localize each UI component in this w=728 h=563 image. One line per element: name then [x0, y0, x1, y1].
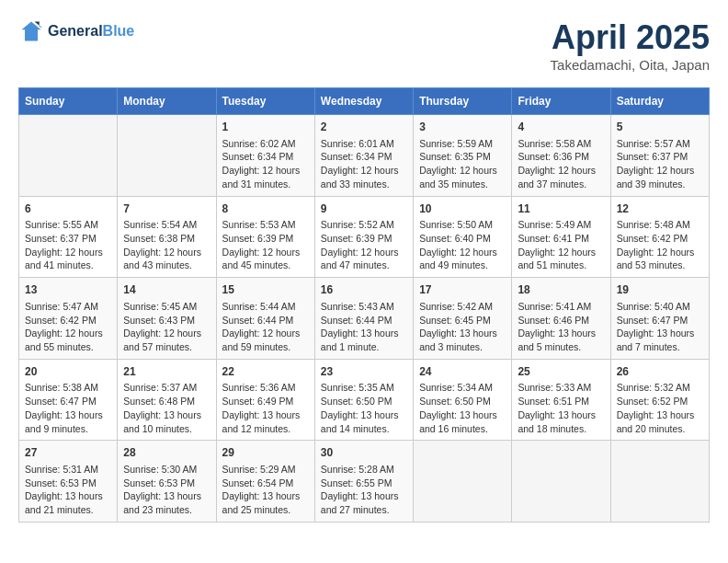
calendar-cell: 20Sunrise: 5:38 AM Sunset: 6:47 PM Dayli…: [19, 359, 118, 441]
day-number: 11: [518, 201, 604, 217]
day-info: Sunrise: 5:32 AM Sunset: 6:52 PM Dayligh…: [617, 381, 703, 435]
calendar-cell: [512, 441, 610, 523]
day-info: Sunrise: 5:38 AM Sunset: 6:47 PM Dayligh…: [25, 381, 111, 435]
day-info: Sunrise: 5:40 AM Sunset: 6:47 PM Dayligh…: [617, 300, 703, 354]
calendar-cell: 10Sunrise: 5:50 AM Sunset: 6:40 PM Dayli…: [414, 196, 512, 278]
day-number: 22: [222, 364, 309, 380]
day-number: 5: [617, 120, 703, 135]
day-number: 30: [321, 445, 407, 461]
day-number: 16: [321, 282, 407, 298]
calendar-cell: 2Sunrise: 6:01 AM Sunset: 6:34 PM Daylig…: [314, 115, 413, 197]
day-info: Sunrise: 5:35 AM Sunset: 6:50 PM Dayligh…: [321, 381, 407, 435]
calendar-cell: 7Sunrise: 5:54 AM Sunset: 6:38 PM Daylig…: [118, 196, 216, 278]
calendar-cell: 1Sunrise: 6:02 AM Sunset: 6:34 PM Daylig…: [216, 115, 314, 197]
day-number: 9: [321, 201, 407, 217]
day-info: Sunrise: 5:41 AM Sunset: 6:46 PM Dayligh…: [518, 300, 604, 354]
logo: GeneralBlue: [18, 18, 134, 44]
svg-marker-0: [22, 22, 41, 41]
day-number: 14: [123, 282, 210, 298]
day-info: Sunrise: 5:44 AM Sunset: 6:44 PM Dayligh…: [222, 300, 309, 354]
calendar-cell: 26Sunrise: 5:32 AM Sunset: 6:52 PM Dayli…: [610, 359, 709, 441]
calendar-cell: 6Sunrise: 5:55 AM Sunset: 6:37 PM Daylig…: [19, 196, 118, 278]
calendar-week-2: 6Sunrise: 5:55 AM Sunset: 6:37 PM Daylig…: [19, 196, 710, 278]
header: GeneralBlue April 2025 Takedamachi, Oita…: [18, 18, 710, 73]
day-info: Sunrise: 5:47 AM Sunset: 6:42 PM Dayligh…: [25, 300, 111, 354]
calendar-cell: 5Sunrise: 5:57 AM Sunset: 6:37 PM Daylig…: [610, 115, 709, 197]
calendar-cell: 3Sunrise: 5:59 AM Sunset: 6:35 PM Daylig…: [414, 115, 512, 197]
month-title: April 2025: [551, 18, 710, 57]
calendar-cell: 15Sunrise: 5:44 AM Sunset: 6:44 PM Dayli…: [216, 278, 314, 360]
day-number: 26: [617, 364, 703, 380]
calendar-table: SundayMondayTuesdayWednesdayThursdayFrid…: [18, 87, 710, 523]
calendar-week-3: 13Sunrise: 5:47 AM Sunset: 6:42 PM Dayli…: [19, 278, 710, 360]
day-info: Sunrise: 5:54 AM Sunset: 6:38 PM Dayligh…: [123, 218, 210, 272]
calendar-cell: 23Sunrise: 5:35 AM Sunset: 6:50 PM Dayli…: [314, 359, 413, 441]
day-number: 12: [617, 201, 703, 217]
day-number: 23: [321, 364, 407, 380]
day-info: Sunrise: 5:49 AM Sunset: 6:41 PM Dayligh…: [518, 218, 604, 272]
subtitle: Takedamachi, Oita, Japan: [551, 57, 710, 73]
day-info: Sunrise: 5:43 AM Sunset: 6:44 PM Dayligh…: [321, 300, 407, 354]
calendar-cell: 13Sunrise: 5:47 AM Sunset: 6:42 PM Dayli…: [19, 278, 118, 360]
logo-text: GeneralBlue: [48, 23, 134, 40]
day-header-sunday: Sunday: [19, 88, 118, 115]
calendar-week-5: 27Sunrise: 5:31 AM Sunset: 6:53 PM Dayli…: [19, 441, 710, 523]
calendar-cell: [118, 115, 216, 197]
calendar-cell: 18Sunrise: 5:41 AM Sunset: 6:46 PM Dayli…: [512, 278, 610, 360]
day-number: 8: [222, 201, 309, 217]
day-number: 1: [222, 120, 309, 135]
title-area: April 2025 Takedamachi, Oita, Japan: [551, 18, 710, 73]
day-header-wednesday: Wednesday: [314, 88, 413, 115]
day-info: Sunrise: 6:02 AM Sunset: 6:34 PM Dayligh…: [222, 137, 309, 191]
day-number: 10: [419, 201, 506, 217]
calendar-cell: 30Sunrise: 5:28 AM Sunset: 6:55 PM Dayli…: [314, 441, 413, 523]
day-number: 27: [25, 445, 111, 461]
day-info: Sunrise: 5:42 AM Sunset: 6:45 PM Dayligh…: [419, 300, 506, 354]
day-header-saturday: Saturday: [610, 88, 709, 115]
day-number: 3: [419, 120, 506, 135]
calendar-cell: 12Sunrise: 5:48 AM Sunset: 6:42 PM Dayli…: [610, 196, 709, 278]
calendar-cell: 19Sunrise: 5:40 AM Sunset: 6:47 PM Dayli…: [610, 278, 709, 360]
day-header-thursday: Thursday: [414, 88, 512, 115]
calendar-cell: 24Sunrise: 5:34 AM Sunset: 6:50 PM Dayli…: [414, 359, 512, 441]
calendar-cell: 25Sunrise: 5:33 AM Sunset: 6:51 PM Dayli…: [512, 359, 610, 441]
calendar-cell: 29Sunrise: 5:29 AM Sunset: 6:54 PM Dayli…: [216, 441, 314, 523]
calendar-cell: 4Sunrise: 5:58 AM Sunset: 6:36 PM Daylig…: [512, 115, 610, 197]
calendar-cell: 11Sunrise: 5:49 AM Sunset: 6:41 PM Dayli…: [512, 196, 610, 278]
day-number: 7: [123, 201, 210, 217]
calendar-header-row: SundayMondayTuesdayWednesdayThursdayFrid…: [19, 88, 710, 115]
day-info: Sunrise: 5:45 AM Sunset: 6:43 PM Dayligh…: [123, 300, 210, 354]
day-number: 17: [419, 282, 506, 298]
day-number: 28: [123, 445, 210, 461]
day-info: Sunrise: 5:34 AM Sunset: 6:50 PM Dayligh…: [419, 381, 506, 435]
calendar-cell: 9Sunrise: 5:52 AM Sunset: 6:39 PM Daylig…: [314, 196, 413, 278]
day-info: Sunrise: 5:50 AM Sunset: 6:40 PM Dayligh…: [419, 218, 506, 272]
day-number: 20: [25, 364, 111, 380]
day-number: 29: [222, 445, 309, 461]
day-info: Sunrise: 5:33 AM Sunset: 6:51 PM Dayligh…: [518, 381, 604, 435]
day-info: Sunrise: 5:37 AM Sunset: 6:48 PM Dayligh…: [123, 381, 210, 435]
day-number: 15: [222, 282, 309, 298]
calendar-cell: 27Sunrise: 5:31 AM Sunset: 6:53 PM Dayli…: [19, 441, 118, 523]
day-header-friday: Friday: [512, 88, 610, 115]
calendar-cell: 17Sunrise: 5:42 AM Sunset: 6:45 PM Dayli…: [414, 278, 512, 360]
day-number: 4: [518, 120, 604, 135]
day-number: 19: [617, 282, 703, 298]
day-number: 6: [25, 201, 111, 217]
calendar-cell: 28Sunrise: 5:30 AM Sunset: 6:53 PM Dayli…: [118, 441, 216, 523]
calendar-cell: [19, 115, 118, 197]
day-info: Sunrise: 5:28 AM Sunset: 6:55 PM Dayligh…: [321, 463, 407, 517]
logo-icon: [18, 18, 44, 44]
day-header-tuesday: Tuesday: [216, 88, 314, 115]
day-info: Sunrise: 5:36 AM Sunset: 6:49 PM Dayligh…: [222, 381, 309, 435]
day-info: Sunrise: 5:53 AM Sunset: 6:39 PM Dayligh…: [222, 218, 309, 272]
day-header-monday: Monday: [118, 88, 216, 115]
day-number: 18: [518, 282, 604, 298]
day-number: 25: [518, 364, 604, 380]
day-info: Sunrise: 5:55 AM Sunset: 6:37 PM Dayligh…: [25, 218, 111, 272]
calendar-cell: 16Sunrise: 5:43 AM Sunset: 6:44 PM Dayli…: [314, 278, 413, 360]
day-info: Sunrise: 5:31 AM Sunset: 6:53 PM Dayligh…: [25, 463, 111, 517]
day-number: 13: [25, 282, 111, 298]
day-number: 24: [419, 364, 506, 380]
calendar-cell: [414, 441, 512, 523]
